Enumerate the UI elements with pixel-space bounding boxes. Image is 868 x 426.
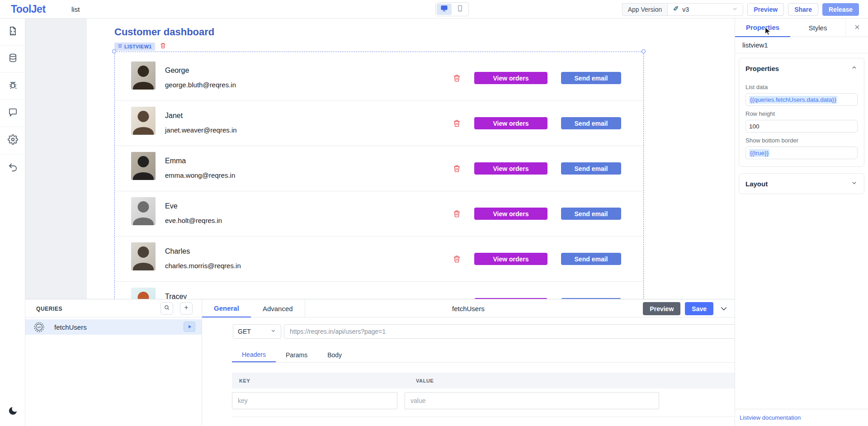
bottom-border-input[interactable]: {{true}} (745, 147, 858, 159)
sidebar-item-datasources[interactable] (0, 46, 25, 73)
query-actions: Preview Save (643, 302, 713, 315)
chevron-down-icon (270, 328, 276, 335)
tab-body[interactable]: Body (317, 347, 352, 362)
query-list-item-fetchusers[interactable]: API fetchUsers (25, 319, 202, 335)
query-editor-tabs: General Advanced (202, 299, 305, 317)
tooljet-logo[interactable]: ToolJet (11, 3, 46, 15)
send-email-button[interactable]: Send email (561, 253, 621, 265)
avatar-head (138, 246, 149, 258)
delete-row-icon[interactable] (453, 119, 461, 129)
tab-properties[interactable]: Properties (735, 19, 790, 37)
dark-mode-toggle[interactable] (0, 406, 25, 418)
send-email-button[interactable]: Send email (561, 162, 621, 175)
row-height-input[interactable]: 100 (745, 120, 858, 133)
listview-widget[interactable]: George george.bluth@reqres.in View order… (114, 52, 644, 299)
row-height-label: Row height (745, 110, 858, 117)
tab-styles[interactable]: Styles (790, 19, 845, 37)
avatar-head (138, 66, 149, 77)
release-button[interactable]: Release (822, 3, 859, 16)
close-inspector-button[interactable] (845, 19, 868, 37)
app-version-select[interactable]: v3 (667, 3, 743, 16)
http-method-select[interactable]: GET (233, 324, 281, 339)
tabs-divider (232, 362, 755, 363)
query-list-header: QUERIES (25, 299, 202, 317)
collapse-panel-button[interactable] (719, 304, 728, 315)
bottom-border-label: Show bottom border (745, 137, 858, 144)
sidebar-item-pages[interactable] (0, 19, 25, 46)
rocket-icon (672, 5, 679, 14)
add-query-button[interactable] (180, 302, 193, 315)
inspector-body: Properties List data {{queries.fetchUser… (735, 53, 868, 199)
sidebar-item-undo[interactable] (0, 154, 25, 181)
canvas-gutter (25, 19, 87, 299)
share-button[interactable]: Share (788, 3, 818, 16)
delete-row-icon[interactable] (453, 255, 461, 265)
preview-button[interactable]: Preview (747, 3, 784, 16)
resize-handle-top-left[interactable] (112, 49, 116, 53)
widget-badge[interactable]: LISTVIEW1 (114, 43, 155, 51)
list-data-input[interactable]: {{queries.fetchUsers.data.data}} (745, 93, 858, 106)
tooljet-app-builder: ToolJet list App Version v3 Preview Sh (0, 0, 868, 426)
send-email-button[interactable]: Send email (561, 208, 621, 220)
datasources-icon (8, 53, 18, 65)
avatar (131, 62, 156, 90)
query-search-button[interactable] (160, 302, 173, 315)
query-save-button[interactable]: Save (685, 302, 713, 315)
view-orders-button[interactable]: View orders (474, 117, 547, 129)
page-title[interactable]: Customer dashboard (114, 26, 214, 38)
desktop-layout-button[interactable] (437, 4, 452, 15)
view-orders-button[interactable]: View orders (474, 253, 547, 265)
listview-icon (118, 43, 123, 49)
view-orders-button[interactable]: View orders (474, 162, 547, 175)
inspector-panel: Properties Styles listview1 Properties L… (735, 19, 868, 426)
http-method-value: GET (238, 328, 251, 335)
widget-delete-icon[interactable] (160, 42, 166, 51)
tab-headers[interactable]: Headers (232, 347, 276, 362)
plus-icon (183, 304, 189, 312)
view-orders-button[interactable]: View orders (474, 72, 547, 84)
delete-row-icon[interactable] (453, 164, 461, 175)
queries-title: QUERIES (36, 306, 62, 312)
layout-section-header[interactable]: Layout (739, 174, 864, 194)
widget-tag: LISTVIEW1 (114, 42, 166, 51)
avatar-body (133, 127, 154, 135)
delete-row-icon[interactable] (453, 74, 461, 84)
avatar (131, 152, 156, 180)
properties-section-header[interactable]: Properties (739, 58, 864, 78)
avatar-head (138, 156, 149, 167)
app-canvas[interactable]: Customer dashboard LISTVIEW1 George geor… (25, 19, 735, 299)
send-email-button[interactable]: Send email (561, 117, 621, 129)
header-value-input[interactable] (405, 392, 659, 409)
active-query-title[interactable]: fetchUsers (452, 305, 485, 312)
inspector-footer: Listview documentation (735, 409, 868, 426)
tab-advanced[interactable]: Advanced (251, 299, 305, 317)
resize-handle-top-right[interactable] (642, 49, 646, 53)
mobile-layout-button[interactable] (453, 4, 467, 15)
row-email: janet.weaver@reqres.in (165, 126, 237, 134)
widget-badge-label: LISTVIEW1 (124, 44, 152, 49)
value-column-header: VALUE (416, 378, 434, 383)
header-key-input[interactable] (232, 392, 397, 409)
tab-general[interactable]: General (202, 299, 251, 317)
list-data-value: {{queries.fetchUsers.data.data}} (749, 96, 837, 104)
query-preview-button[interactable]: Preview (643, 302, 680, 315)
view-orders-button[interactable]: View orders (474, 208, 547, 220)
listview-documentation-link[interactable]: Listview documentation (740, 414, 801, 421)
run-query-button[interactable] (184, 322, 195, 332)
sidebar-item-debugger[interactable] (0, 73, 25, 100)
tab-params[interactable]: Params (276, 347, 317, 362)
sidebar-item-comments[interactable] (0, 100, 25, 127)
request-url-input[interactable] (284, 324, 756, 339)
avatar-head (138, 292, 149, 299)
sidebar-item-settings[interactable] (0, 127, 25, 154)
send-email-button[interactable]: Send email (561, 72, 621, 84)
comments-icon (8, 107, 18, 119)
delete-row-icon[interactable] (453, 209, 461, 220)
top-header: ToolJet list App Version v3 Preview Sh (0, 0, 868, 19)
mobile-icon (456, 5, 464, 14)
close-icon (854, 24, 861, 33)
app-name[interactable]: list (71, 5, 80, 13)
row-name: Tracey (165, 293, 187, 299)
row-email: george.bluth@reqres.in (165, 81, 236, 89)
row-email: eve.holt@reqres.in (165, 217, 222, 224)
